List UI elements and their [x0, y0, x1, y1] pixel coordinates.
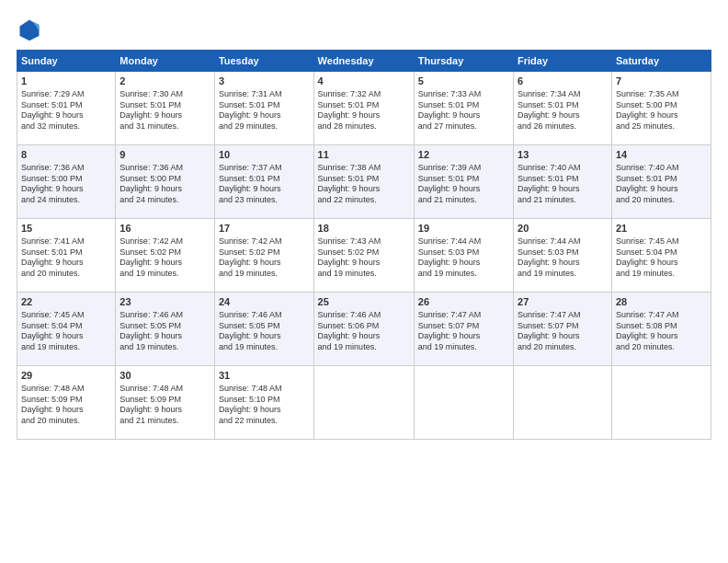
cell-content: Sunrise: 7:46 AM Sunset: 5:05 PM Dayligh…	[119, 310, 210, 353]
day-number: 23	[119, 295, 210, 309]
day-number: 29	[21, 369, 111, 383]
day-number: 28	[616, 295, 707, 309]
day-number: 19	[418, 222, 509, 236]
cell-content: Sunrise: 7:43 AM Sunset: 5:02 PM Dayligh…	[318, 236, 410, 280]
calendar-cell: 20Sunrise: 7:44 AM Sunset: 5:03 PM Dayli…	[514, 219, 612, 293]
day-number: 30	[119, 369, 210, 383]
day-number: 14	[616, 148, 707, 162]
calendar-cell: 27Sunrise: 7:47 AM Sunset: 5:07 PM Dayli…	[514, 293, 612, 366]
day-number: 25	[318, 295, 410, 309]
calendar-cell: 22Sunrise: 7:45 AM Sunset: 5:04 PM Dayli…	[17, 293, 116, 366]
calendar-cell: 1Sunrise: 7:29 AM Sunset: 5:01 PM Daylig…	[17, 72, 116, 145]
cell-content: Sunrise: 7:35 AM Sunset: 5:00 PM Dayligh…	[616, 89, 707, 132]
day-number: 4	[318, 75, 410, 88]
calendar-cell: 29Sunrise: 7:48 AM Sunset: 5:09 PM Dayli…	[17, 366, 116, 440]
calendar-cell: 17Sunrise: 7:42 AM Sunset: 5:02 PM Dayli…	[214, 219, 313, 293]
day-number: 13	[518, 148, 608, 162]
calendar-cell: 6Sunrise: 7:34 AM Sunset: 5:01 PM Daylig…	[514, 72, 612, 145]
day-number: 15	[21, 222, 111, 236]
day-number: 1	[21, 75, 111, 88]
weekday-header-monday: Monday	[116, 51, 215, 72]
cell-content: Sunrise: 7:39 AM Sunset: 5:01 PM Dayligh…	[418, 163, 509, 206]
weekday-header-wednesday: Wednesday	[313, 51, 414, 72]
calendar-week-row: 8Sunrise: 7:36 AM Sunset: 5:00 PM Daylig…	[17, 145, 711, 219]
calendar-cell: 14Sunrise: 7:40 AM Sunset: 5:01 PM Dayli…	[611, 145, 711, 219]
cell-content: Sunrise: 7:40 AM Sunset: 5:01 PM Dayligh…	[518, 163, 608, 206]
cell-content: Sunrise: 7:33 AM Sunset: 5:01 PM Dayligh…	[418, 89, 509, 132]
day-number: 2	[119, 75, 210, 88]
cell-content: Sunrise: 7:36 AM Sunset: 5:00 PM Dayligh…	[119, 163, 210, 206]
logo	[17, 17, 46, 42]
cell-content: Sunrise: 7:36 AM Sunset: 5:00 PM Dayligh…	[21, 163, 111, 206]
cell-content: Sunrise: 7:46 AM Sunset: 5:06 PM Dayligh…	[318, 310, 410, 353]
calendar-cell: 5Sunrise: 7:33 AM Sunset: 5:01 PM Daylig…	[414, 72, 513, 145]
weekday-header-friday: Friday	[514, 51, 612, 72]
cell-content: Sunrise: 7:40 AM Sunset: 5:01 PM Dayligh…	[616, 163, 707, 206]
cell-content: Sunrise: 7:34 AM Sunset: 5:01 PM Dayligh…	[518, 89, 608, 132]
cell-content: Sunrise: 7:48 AM Sunset: 5:10 PM Dayligh…	[219, 384, 310, 427]
cell-content: Sunrise: 7:44 AM Sunset: 5:03 PM Dayligh…	[518, 236, 608, 280]
cell-content: Sunrise: 7:47 AM Sunset: 5:07 PM Dayligh…	[518, 310, 608, 353]
day-number: 3	[219, 75, 310, 88]
calendar-week-row: 1Sunrise: 7:29 AM Sunset: 5:01 PM Daylig…	[17, 72, 711, 145]
weekday-header-tuesday: Tuesday	[214, 51, 313, 72]
calendar-week-row: 22Sunrise: 7:45 AM Sunset: 5:04 PM Dayli…	[17, 293, 711, 366]
page: SundayMondayTuesdayWednesdayThursdayFrid…	[0, 0, 728, 563]
logo-icon	[17, 17, 42, 42]
cell-content: Sunrise: 7:38 AM Sunset: 5:01 PM Dayligh…	[318, 163, 410, 206]
day-number: 11	[318, 148, 410, 162]
calendar-cell: 10Sunrise: 7:37 AM Sunset: 5:01 PM Dayli…	[214, 145, 313, 219]
day-number: 18	[318, 222, 410, 236]
weekday-header-sunday: Sunday	[17, 51, 116, 72]
calendar-week-row: 29Sunrise: 7:48 AM Sunset: 5:09 PM Dayli…	[17, 366, 711, 440]
cell-content: Sunrise: 7:41 AM Sunset: 5:01 PM Dayligh…	[21, 236, 111, 280]
calendar-cell: 9Sunrise: 7:36 AM Sunset: 5:00 PM Daylig…	[116, 145, 215, 219]
day-number: 26	[418, 295, 509, 309]
day-number: 20	[518, 222, 608, 236]
calendar-week-row: 15Sunrise: 7:41 AM Sunset: 5:01 PM Dayli…	[17, 219, 711, 293]
weekday-header-saturday: Saturday	[611, 51, 711, 72]
header	[17, 17, 711, 42]
day-number: 21	[616, 222, 707, 236]
calendar-cell: 16Sunrise: 7:42 AM Sunset: 5:02 PM Dayli…	[116, 219, 215, 293]
calendar-cell: 3Sunrise: 7:31 AM Sunset: 5:01 PM Daylig…	[214, 72, 313, 145]
calendar-cell: 18Sunrise: 7:43 AM Sunset: 5:02 PM Dayli…	[313, 219, 414, 293]
calendar-cell: 31Sunrise: 7:48 AM Sunset: 5:10 PM Dayli…	[214, 366, 313, 440]
day-number: 31	[219, 369, 310, 383]
calendar-cell: 19Sunrise: 7:44 AM Sunset: 5:03 PM Dayli…	[414, 219, 513, 293]
calendar-cell	[514, 366, 612, 440]
svg-marker-0	[20, 20, 40, 41]
calendar-cell: 8Sunrise: 7:36 AM Sunset: 5:00 PM Daylig…	[17, 145, 116, 219]
day-number: 6	[518, 75, 608, 88]
cell-content: Sunrise: 7:46 AM Sunset: 5:05 PM Dayligh…	[219, 310, 310, 353]
calendar-cell: 21Sunrise: 7:45 AM Sunset: 5:04 PM Dayli…	[611, 219, 711, 293]
calendar-header: SundayMondayTuesdayWednesdayThursdayFrid…	[17, 51, 711, 72]
calendar-cell: 11Sunrise: 7:38 AM Sunset: 5:01 PM Dayli…	[313, 145, 414, 219]
calendar-cell	[414, 366, 513, 440]
cell-content: Sunrise: 7:47 AM Sunset: 5:07 PM Dayligh…	[418, 310, 509, 353]
calendar-cell: 2Sunrise: 7:30 AM Sunset: 5:01 PM Daylig…	[116, 72, 215, 145]
calendar-cell: 13Sunrise: 7:40 AM Sunset: 5:01 PM Dayli…	[514, 145, 612, 219]
cell-content: Sunrise: 7:37 AM Sunset: 5:01 PM Dayligh…	[219, 163, 310, 206]
day-number: 9	[119, 148, 210, 162]
calendar-body: 1Sunrise: 7:29 AM Sunset: 5:01 PM Daylig…	[17, 72, 711, 440]
day-number: 8	[21, 148, 111, 162]
day-number: 24	[219, 295, 310, 309]
calendar-cell: 4Sunrise: 7:32 AM Sunset: 5:01 PM Daylig…	[313, 72, 414, 145]
cell-content: Sunrise: 7:32 AM Sunset: 5:01 PM Dayligh…	[318, 89, 410, 132]
calendar-cell: 7Sunrise: 7:35 AM Sunset: 5:00 PM Daylig…	[611, 72, 711, 145]
calendar-cell: 25Sunrise: 7:46 AM Sunset: 5:06 PM Dayli…	[313, 293, 414, 366]
cell-content: Sunrise: 7:45 AM Sunset: 5:04 PM Dayligh…	[21, 310, 111, 353]
cell-content: Sunrise: 7:45 AM Sunset: 5:04 PM Dayligh…	[616, 236, 707, 280]
day-number: 22	[21, 295, 111, 309]
cell-content: Sunrise: 7:44 AM Sunset: 5:03 PM Dayligh…	[418, 236, 509, 280]
day-number: 16	[119, 222, 210, 236]
day-number: 5	[418, 75, 509, 88]
cell-content: Sunrise: 7:48 AM Sunset: 5:09 PM Dayligh…	[21, 384, 111, 427]
calendar-table: SundayMondayTuesdayWednesdayThursdayFrid…	[17, 50, 711, 440]
cell-content: Sunrise: 7:47 AM Sunset: 5:08 PM Dayligh…	[616, 310, 707, 353]
calendar-cell: 23Sunrise: 7:46 AM Sunset: 5:05 PM Dayli…	[116, 293, 215, 366]
weekday-header-thursday: Thursday	[414, 51, 513, 72]
calendar-cell: 26Sunrise: 7:47 AM Sunset: 5:07 PM Dayli…	[414, 293, 513, 366]
cell-content: Sunrise: 7:48 AM Sunset: 5:09 PM Dayligh…	[119, 384, 210, 427]
